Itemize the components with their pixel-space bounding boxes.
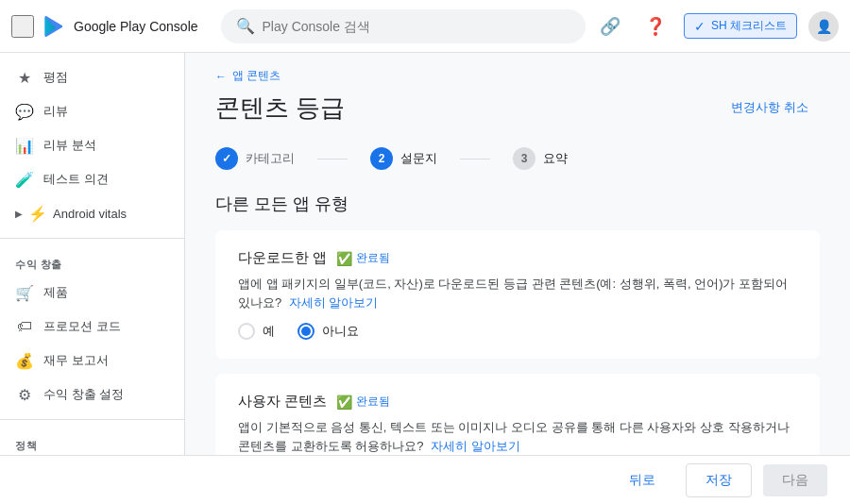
link-button[interactable]: 🔗: [593, 9, 627, 43]
q1-label-no: 아니요: [322, 323, 359, 340]
page-title: 콘텐츠 등급: [215, 92, 345, 125]
q1-radio-yes[interactable]: [238, 323, 255, 340]
step-3-label: 요약: [543, 150, 568, 167]
step-1: ✓ 카테고리: [215, 147, 295, 170]
q1-learn-more[interactable]: 자세히 알아보기: [289, 295, 379, 310]
divider: [0, 238, 184, 239]
promo-icon: 🏷: [15, 317, 34, 336]
step-2-circle: 2: [370, 147, 393, 170]
sidebar-item-label: 재무 보고서: [43, 352, 109, 369]
q1-header: 다운로드한 앱 ✅ 완료됨: [238, 249, 797, 267]
q2-completed: ✅ 완료됨: [336, 394, 390, 410]
header-actions: 🔗 ❓ ✓ SH 체크리스트 👤: [593, 9, 839, 43]
sidebar-item-label: 리뷰: [43, 103, 68, 120]
q1-radio-group: 예 아니요: [238, 323, 797, 340]
step-3-circle: 3: [513, 147, 536, 170]
sidebar-item-label: 테스트 의견: [43, 171, 109, 188]
breadcrumb-arrow: ←: [215, 70, 227, 83]
header: Google Play Console 🔍 🔗 ❓ ✓ SH 체크리스트 👤: [0, 0, 850, 53]
sidebar-item-products[interactable]: 🛒 제품: [0, 276, 177, 310]
review-icon: 💬: [15, 102, 34, 121]
products-icon: 🛒: [15, 283, 34, 302]
section-title: 다른 모든 앱 유형: [215, 193, 820, 215]
menu-button[interactable]: [11, 15, 34, 38]
sidebar-item-label: 프로모션 코드: [43, 318, 121, 335]
q2-learn-more[interactable]: 자세히 알아보기: [431, 439, 520, 453]
section-title-monetize: 수익 창출: [0, 246, 184, 276]
q1-option-yes[interactable]: 예: [238, 323, 275, 340]
q1-completed: ✅ 완료됨: [336, 250, 390, 266]
sidebar-item-label: 수익 창출 설정: [43, 386, 124, 403]
question-downloaded-app: 다운로드한 앱 ✅ 완료됨 앱에 앱 패키지의 일부(코드, 자산)로 다운로드…: [215, 230, 820, 359]
finance-icon: 💰: [15, 351, 34, 370]
rating-icon: ★: [15, 68, 34, 87]
breadcrumb[interactable]: ← 앱 콘텐츠: [215, 53, 820, 92]
checklist-badge[interactable]: ✓ SH 체크리스트: [684, 13, 797, 39]
q2-title: 사용자 콘텐츠: [238, 393, 327, 411]
step-2-label: 설문지: [400, 150, 437, 167]
main-content: ← 앱 콘텐츠 콘텐츠 등급 변경사항 취소 ✓ 카테고리: [185, 53, 850, 455]
search-icon: 🔍: [236, 17, 255, 35]
q1-radio-no[interactable]: [298, 323, 314, 340]
cancel-button[interactable]: 변경사항 취소: [720, 92, 820, 124]
search-input[interactable]: [263, 19, 570, 34]
test-icon: 🧪: [15, 170, 34, 189]
sidebar-item-rating[interactable]: ★ 평점: [0, 60, 177, 94]
logo[interactable]: Google Play Console: [42, 13, 198, 40]
help-button[interactable]: ❓: [638, 9, 672, 43]
search-bar[interactable]: 🔍: [221, 9, 586, 43]
avatar-button[interactable]: 👤: [808, 11, 839, 42]
q1-title: 다운로드한 앱: [238, 249, 327, 267]
sidebar-item-finance[interactable]: 💰 재무 보고서: [0, 344, 177, 378]
sidebar-item-label: Android vitals: [53, 207, 127, 221]
play-store-icon: [42, 13, 68, 40]
step-separator-1: [317, 159, 348, 160]
back-button[interactable]: 뒤로: [610, 464, 674, 496]
q2-header: 사용자 콘텐츠 ✅ 완료됨: [238, 393, 797, 411]
divider2: [0, 419, 184, 420]
footer: 뒤로 저장 다음: [0, 455, 850, 504]
steps-indicator: ✓ 카테고리 2 설문지 3 요약: [215, 147, 820, 170]
q1-completed-label: 완료됨: [356, 250, 390, 266]
analysis-icon: 📊: [15, 136, 34, 155]
sidebar-item-monetize-settings[interactable]: ⚙ 수익 창출 설정: [0, 378, 177, 412]
step-3: 3 요약: [513, 147, 568, 170]
sidebar-item-label: 평점: [43, 69, 68, 86]
step-3-num: 3: [521, 152, 528, 165]
badge-label: SH 체크리스트: [711, 18, 787, 34]
question-user-content: 사용자 콘텐츠 ✅ 완료됨 앱이 기본적으로 음성 통신, 텍스트 또는 이미지…: [215, 374, 820, 455]
sidebar-item-review[interactable]: 💬 리뷰: [0, 94, 177, 128]
sidebar-item-promo-code[interactable]: 🏷 프로모션 코드: [0, 310, 177, 344]
sidebar-item-label: 제품: [43, 284, 68, 301]
step-1-check: ✓: [222, 152, 231, 165]
step-2-num: 2: [379, 152, 385, 165]
q1-option-no[interactable]: 아니요: [298, 323, 359, 340]
step-1-label: 카테고리: [246, 150, 295, 167]
sidebar-item-test-feedback[interactable]: 🧪 테스트 의견: [0, 162, 177, 196]
q1-label-yes: 예: [263, 323, 275, 340]
vitals-icon: ⚡: [28, 204, 47, 223]
q2-check-icon: ✅: [336, 395, 352, 410]
q1-check-icon: ✅: [336, 251, 352, 266]
step-2: 2 설문지: [370, 147, 437, 170]
step-1-circle: ✓: [215, 147, 238, 170]
sidebar-item-review-analysis[interactable]: 📊 리뷰 분석: [0, 128, 177, 162]
sidebar-android-vitals[interactable]: ▶ ⚡ Android vitals: [0, 196, 184, 230]
q2-completed-label: 완료됨: [356, 394, 390, 410]
next-button[interactable]: 다음: [763, 464, 827, 496]
sidebar: ★ 평점 💬 리뷰 📊 리뷰 분석 🧪 테스트 의견 ▶ ⚡ Android v…: [0, 53, 185, 455]
expand-icon: ▶: [15, 209, 23, 219]
section-title-policy: 정책: [0, 428, 184, 455]
q1-radio-no-inner: [301, 327, 311, 336]
step-separator-2: [460, 159, 490, 160]
breadcrumb-label: 앱 콘텐츠: [232, 68, 280, 84]
q2-description: 앱이 기본적으로 음성 통신, 텍스트 또는 이미지나 오디오 공유를 통해 다…: [238, 418, 797, 455]
settings-icon: ⚙: [15, 385, 34, 404]
q1-description: 앱에 앱 패키지의 일부(코드, 자산)로 다운로드된 등급 관련 콘텐츠(예:…: [238, 275, 797, 311]
sidebar-item-label: 리뷰 분석: [43, 137, 96, 154]
logo-text: Google Play Console: [74, 19, 198, 34]
check-icon: ✓: [694, 19, 706, 34]
layout: ★ 평점 💬 리뷰 📊 리뷰 분석 🧪 테스트 의견 ▶ ⚡ Android v…: [0, 53, 850, 455]
save-button[interactable]: 저장: [686, 463, 752, 497]
